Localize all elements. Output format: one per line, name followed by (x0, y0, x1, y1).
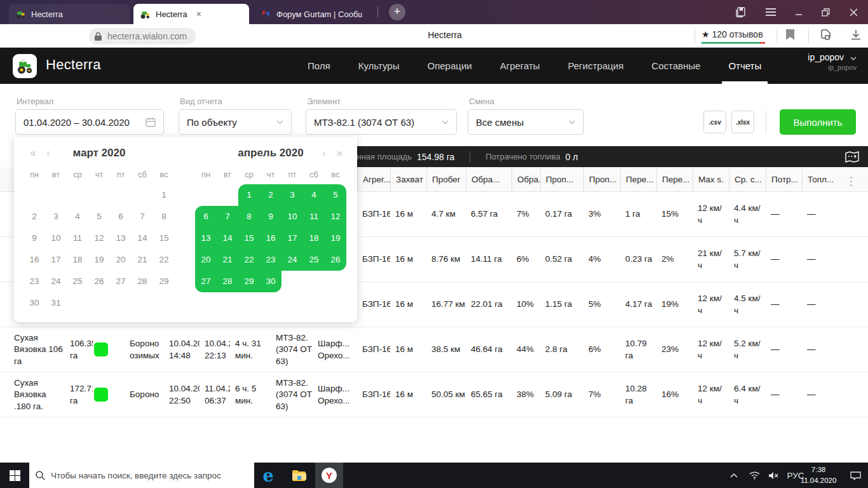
wifi-icon[interactable] (745, 463, 764, 488)
calendar-day-12[interactable]: 12 (325, 206, 346, 227)
bookmark-icon[interactable] (785, 29, 795, 44)
address-bar[interactable]: hecterra.wialon.com (89, 28, 196, 44)
collections-icon[interactable] (818, 28, 832, 44)
column-header[interactable]: Max s... (693, 167, 724, 192)
column-header[interactable]: Обра... (466, 167, 512, 192)
calendar-day-9[interactable]: 9 (24, 227, 45, 249)
edge-icon[interactable]: e (254, 463, 282, 488)
column-header[interactable]: Проп... (540, 167, 583, 192)
calendar-day-15[interactable]: 15 (153, 227, 175, 249)
calendar-day-21[interactable]: 21 (217, 249, 238, 271)
column-header[interactable]: Пере... (620, 167, 656, 192)
browser-tab-1[interactable]: Hecterra (9, 4, 130, 24)
browser-tab-3[interactable]: Форум Gurtam | Сообщес (254, 4, 375, 24)
interval-input[interactable]: 01.04.2020 – 30.04.2020 (15, 109, 164, 135)
calendar-day-22[interactable]: 22 (153, 249, 175, 271)
column-header[interactable]: Захват (390, 167, 426, 192)
nav-item-Операции[interactable]: Операции (427, 48, 471, 84)
calendar-day-25[interactable]: 25 (303, 249, 325, 271)
calendar-day-28[interactable]: 28 (217, 271, 238, 292)
close-window-button[interactable] (843, 0, 864, 24)
report-type-select[interactable]: По объекту (179, 109, 292, 135)
calendar-day-27[interactable]: 27 (110, 271, 132, 292)
calendar-day-27[interactable]: 27 (195, 271, 217, 292)
calendar-day-26[interactable]: 26 (325, 249, 346, 271)
calendar-day-19[interactable]: 19 (88, 249, 110, 271)
calendar-day-22[interactable]: 22 (238, 249, 260, 271)
calendar-day-17[interactable]: 17 (281, 227, 303, 249)
calendar-day-7[interactable]: 7 (217, 206, 238, 227)
calendar-day-14[interactable]: 14 (132, 227, 153, 249)
calendar-day-20[interactable]: 20 (195, 249, 217, 271)
next-year-icon[interactable]: » (333, 147, 346, 159)
calendar-day-3[interactable]: 3 (281, 184, 303, 206)
nav-item-Отчеты[interactable]: Отчеты (728, 48, 761, 84)
minimize-button[interactable] (788, 0, 810, 24)
taskbar-clock[interactable]: 7:38 11.04.2020 (794, 464, 843, 487)
column-header[interactable]: Ср. с... (729, 167, 762, 192)
calendar-day-4[interactable]: 4 (303, 184, 325, 206)
calendar-day-23[interactable]: 23 (24, 271, 45, 292)
calendar-day-2[interactable]: 2 (260, 184, 281, 206)
run-report-button[interactable]: Выполнить (780, 109, 856, 135)
column-header[interactable]: Потр... (766, 167, 802, 192)
nav-item-Агрегаты[interactable]: Агрегаты (500, 48, 540, 84)
calendar-day-31[interactable]: 31 (45, 292, 67, 314)
column-menu-icon[interactable] (850, 175, 853, 188)
calendar-day-8[interactable]: 8 (153, 206, 175, 227)
user-menu[interactable]: ip_popov ip_popov (808, 52, 857, 71)
new-tab-button[interactable]: + (389, 4, 405, 20)
calendar-day-29[interactable]: 29 (238, 271, 260, 292)
nav-item-Регистрация[interactable]: Регистрация (568, 48, 624, 84)
column-header[interactable]: Агрег... (357, 167, 390, 192)
tray-expand-icon[interactable] (724, 463, 743, 488)
column-header[interactable]: Пробег (426, 167, 466, 192)
notifications-icon[interactable] (844, 463, 867, 488)
calendar-day-28[interactable]: 28 (132, 271, 153, 292)
calendar-day-12[interactable]: 12 (88, 227, 110, 249)
calendar-day-26[interactable]: 26 (88, 271, 110, 292)
calendar-day-24[interactable]: 24 (281, 249, 303, 271)
column-header[interactable]: Топл... (802, 167, 840, 192)
calendar-day-18[interactable]: 18 (303, 227, 325, 249)
calendar-day-11[interactable]: 11 (303, 206, 325, 227)
nav-item-Составные[interactable]: Составные (651, 48, 700, 84)
calendar-day-16[interactable]: 16 (24, 249, 45, 271)
nav-item-Поля[interactable]: Поля (308, 48, 330, 84)
restore-button[interactable] (815, 0, 836, 24)
start-button[interactable] (0, 463, 29, 488)
column-header[interactable]: Обра... (512, 167, 540, 192)
export-xlsx-button[interactable]: .xlsx (731, 111, 754, 133)
calendar-day-6[interactable]: 6 (195, 206, 217, 227)
calendar-day-17[interactable]: 17 (45, 249, 67, 271)
table-row[interactable]: Сухая Вязовка 106 га106.35 гаБороно озим… (0, 327, 868, 372)
calendar-day-1[interactable]: 1 (153, 184, 175, 206)
browser-tab-2-active[interactable]: Hecterra × (133, 4, 249, 24)
column-header[interactable]: Проп... (583, 167, 620, 192)
taskbar-search-input[interactable]: Чтобы начать поиск, введите здесь запрос (29, 463, 254, 488)
calendar-day-25[interactable]: 25 (67, 271, 88, 292)
calendar-day-20[interactable]: 20 (110, 249, 132, 271)
table-row[interactable]: Сухая Вязовка .180 га.172.71 гаБороно10.… (0, 372, 868, 417)
calendar-day-16[interactable]: 16 (260, 227, 281, 249)
calendar-day-1[interactable]: 1 (238, 184, 260, 206)
calendar-day-10[interactable]: 10 (45, 227, 67, 249)
reviews-badge[interactable]: ★ 120 отзывов (702, 29, 763, 39)
calendar-day-5[interactable]: 5 (88, 206, 110, 227)
column-header[interactable]: Пере... (656, 167, 693, 192)
yandex-browser-icon[interactable]: Y (315, 463, 343, 488)
volume-muted-icon[interactable] (764, 463, 783, 488)
calendar-day-9[interactable]: 9 (260, 206, 281, 227)
calendar-day-5[interactable]: 5 (325, 184, 346, 206)
calendar-day-7[interactable]: 7 (132, 206, 153, 227)
calendar-day-30[interactable]: 30 (260, 271, 281, 292)
calendar-day-19[interactable]: 19 (325, 227, 346, 249)
calendar-day-18[interactable]: 18 (67, 249, 88, 271)
shift-select[interactable]: Все смены (468, 109, 584, 135)
menu-icon[interactable] (760, 0, 782, 24)
calendar-day-13[interactable]: 13 (110, 227, 132, 249)
calendar-day-13[interactable]: 13 (195, 227, 217, 249)
calendar-day-24[interactable]: 24 (45, 271, 67, 292)
map-icon[interactable] (845, 151, 859, 163)
next-month-icon[interactable]: › (318, 147, 330, 159)
